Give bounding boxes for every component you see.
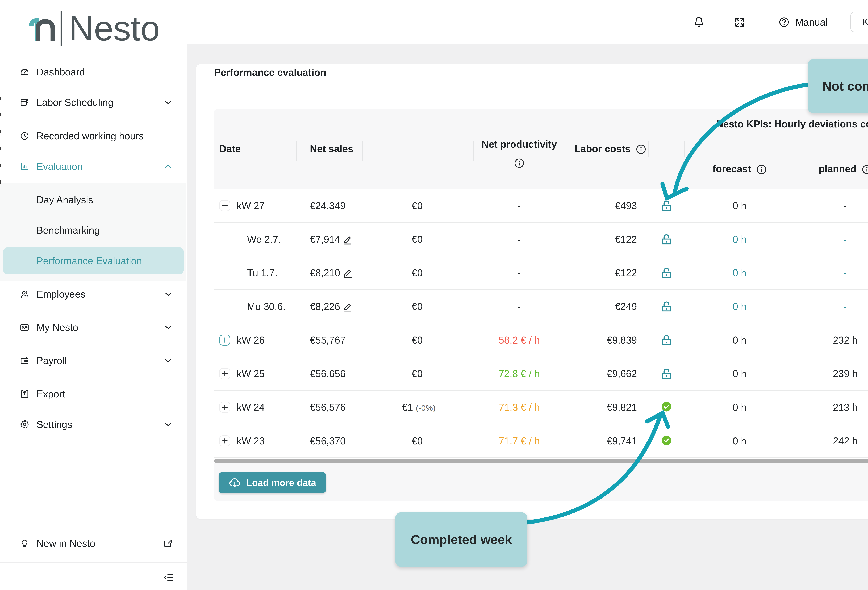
svg-text:Nesto: Nesto <box>69 9 160 48</box>
